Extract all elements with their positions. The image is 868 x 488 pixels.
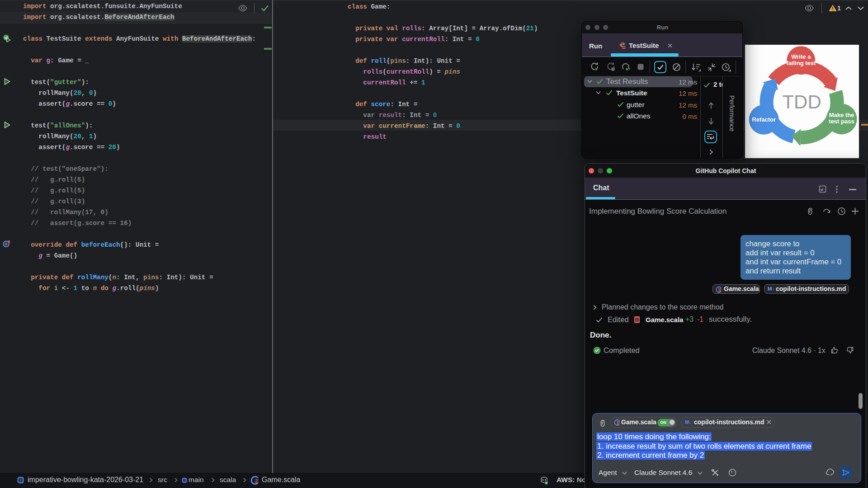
svg-text:test pass: test pass — [829, 118, 854, 125]
svg-text:Make the: Make the — [829, 112, 854, 118]
svg-text:TDD: TDD — [782, 91, 821, 113]
svg-text:failing test: failing test — [786, 60, 816, 66]
svg-text:Refactor: Refactor — [752, 116, 776, 123]
svg-text:Write a: Write a — [791, 53, 811, 60]
